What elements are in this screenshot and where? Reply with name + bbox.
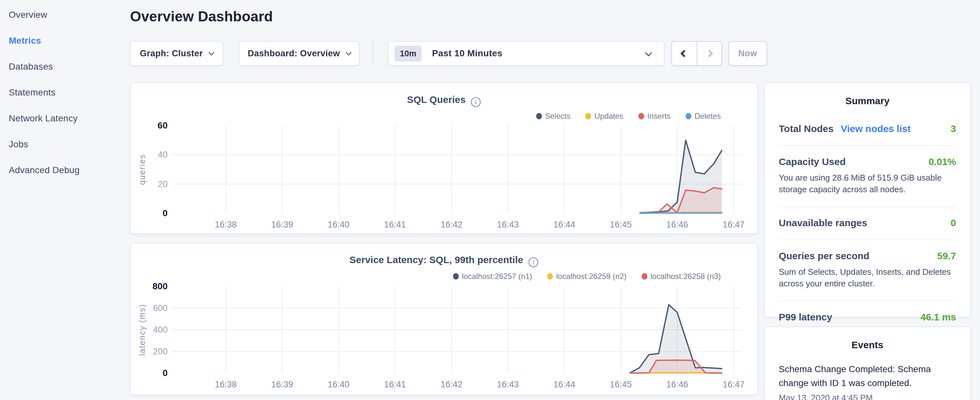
svg-text:20: 20 xyxy=(158,179,168,189)
sidebar-item-overview[interactable]: Overview xyxy=(9,2,125,28)
svg-text:16:38: 16:38 xyxy=(215,220,237,229)
svg-text:60: 60 xyxy=(158,120,168,131)
summary-row-left: Unavailable ranges xyxy=(779,217,867,228)
chevron-left-icon xyxy=(680,49,688,57)
summary-row-left: P99 latency xyxy=(779,312,832,323)
summary-row-left: Total NodesView nodes list xyxy=(779,123,911,134)
events-title: Events xyxy=(765,339,970,351)
service-latency-panel: Service Latency: SQL, 99th percentilei l… xyxy=(130,243,758,395)
svg-text:400: 400 xyxy=(153,325,168,335)
events-list: Schema Change Completed: Schema change w… xyxy=(765,362,970,400)
dashboard-dropdown[interactable]: Dashboard: Overview xyxy=(239,41,360,66)
svg-text:0: 0 xyxy=(162,368,168,378)
time-window-selector[interactable]: 10m Past 10 Minutes xyxy=(388,41,665,66)
svg-text:queries: queries xyxy=(137,154,146,185)
svg-text:0: 0 xyxy=(162,208,168,218)
divider xyxy=(779,145,956,146)
time-range-badge: 10m xyxy=(395,46,422,62)
svg-text:16:47: 16:47 xyxy=(723,379,745,389)
svg-text:16:39: 16:39 xyxy=(271,220,293,229)
divider xyxy=(779,207,956,207)
summary-label: Unavailable ranges xyxy=(779,217,867,228)
summary-label: Total Nodes xyxy=(779,123,834,134)
view-nodes-link[interactable]: View nodes list xyxy=(840,123,910,134)
summary-row: Queries per second59.7 xyxy=(779,250,956,261)
events-panel: Events Schema Change Completed: Schema c… xyxy=(764,327,971,400)
sql-queries-panel: SQL Queriesi SelectsUpdatesInsertsDelete… xyxy=(130,83,758,234)
time-backward-button[interactable] xyxy=(672,42,697,65)
summary-row: Capacity Used0.01% xyxy=(779,156,956,167)
svg-text:16:47: 16:47 xyxy=(723,220,745,229)
svg-text:16:43: 16:43 xyxy=(497,220,519,229)
divider xyxy=(779,301,956,301)
toolbar-divider xyxy=(373,41,373,66)
graph-dropdown[interactable]: Graph: Cluster xyxy=(130,41,223,66)
chevron-down-icon xyxy=(208,49,214,55)
summary-description: You are using 28.6 MiB of 515.9 GiB usab… xyxy=(779,172,956,196)
svg-text:40: 40 xyxy=(158,150,168,159)
event-message: Schema Change Completed: Schema change w… xyxy=(779,362,956,390)
svg-text:16:44: 16:44 xyxy=(554,220,576,229)
summary-row: P99 latency46.1 ms xyxy=(779,312,956,323)
summary-title: Summary xyxy=(765,96,970,107)
svg-text:16:46: 16:46 xyxy=(666,220,688,229)
sidebar-item-statements[interactable]: Statements xyxy=(9,80,125,105)
summary-row: Total NodesView nodes list3 xyxy=(779,123,956,134)
summary-rows: Total NodesView nodes list3Capacity Used… xyxy=(765,123,970,323)
app-root: OverviewMetricsDatabasesStatementsNetwor… xyxy=(0,0,980,400)
summary-row-left: Queries per second xyxy=(779,250,869,261)
summary-value: 0 xyxy=(951,217,956,228)
svg-text:16:40: 16:40 xyxy=(328,379,350,389)
svg-text:16:40: 16:40 xyxy=(328,220,350,229)
svg-text:16:42: 16:42 xyxy=(441,220,463,229)
svg-text:latency (ms): latency (ms) xyxy=(137,304,146,356)
summary-value: 3 xyxy=(951,123,956,134)
page-title: Overview Dashboard xyxy=(130,8,273,25)
svg-text:16:45: 16:45 xyxy=(610,379,632,389)
sidebar-item-jobs[interactable]: Jobs xyxy=(9,131,125,157)
svg-text:16:45: 16:45 xyxy=(610,220,632,229)
chevron-right-icon xyxy=(705,49,713,57)
sidebar-item-databases[interactable]: Databases xyxy=(9,54,125,80)
event-timestamp: May 13, 2020 at 4:45 PM xyxy=(779,393,956,400)
chevron-down-icon xyxy=(345,49,352,55)
sidebar-item-metrics[interactable]: Metrics xyxy=(9,28,125,54)
summary-row: Unavailable ranges0 xyxy=(779,217,956,228)
chevron-down-icon xyxy=(645,49,652,56)
sql-queries-chart: 16:3816:3916:4016:4116:4216:4316:4416:45… xyxy=(131,83,758,234)
sidebar: OverviewMetricsDatabasesStatementsNetwor… xyxy=(9,2,125,183)
time-range-label: Past 10 Minutes xyxy=(432,48,503,59)
svg-text:16:43: 16:43 xyxy=(497,379,519,389)
dashboard-dropdown-label: Dashboard: Overview xyxy=(248,49,340,59)
sidebar-item-advanced-debug[interactable]: Advanced Debug xyxy=(9,157,125,183)
summary-value: 59.7 xyxy=(937,250,956,261)
summary-value: 46.1 ms xyxy=(921,312,956,323)
svg-text:800: 800 xyxy=(153,281,168,291)
svg-text:200: 200 xyxy=(153,347,168,356)
svg-text:16:42: 16:42 xyxy=(441,379,463,389)
summary-row-left: Capacity Used xyxy=(779,156,846,167)
summary-panel: Summary Total NodesView nodes list3Capac… xyxy=(764,83,971,317)
summary-label: Capacity Used xyxy=(779,156,846,167)
time-forward-button[interactable] xyxy=(697,42,722,65)
svg-text:16:39: 16:39 xyxy=(271,379,293,389)
svg-text:16:41: 16:41 xyxy=(384,220,406,229)
svg-text:16:46: 16:46 xyxy=(666,379,688,389)
time-nav-buttons xyxy=(671,41,722,66)
svg-text:600: 600 xyxy=(153,303,168,313)
summary-label: P99 latency xyxy=(779,312,832,322)
summary-description: Sum of Selects, Updates, Inserts, and De… xyxy=(779,266,956,290)
service-latency-chart: 16:3816:3916:4016:4116:4216:4316:4416:45… xyxy=(131,243,758,396)
sidebar-item-network-latency[interactable]: Network Latency xyxy=(9,105,125,131)
graph-dropdown-label: Graph: Cluster xyxy=(140,49,203,59)
summary-label: Queries per second xyxy=(779,250,869,261)
svg-text:16:41: 16:41 xyxy=(384,379,406,389)
svg-text:16:44: 16:44 xyxy=(554,379,576,389)
summary-value: 0.01% xyxy=(929,156,956,167)
now-button[interactable]: Now xyxy=(728,41,767,66)
svg-text:16:38: 16:38 xyxy=(215,379,237,389)
divider xyxy=(779,239,956,240)
